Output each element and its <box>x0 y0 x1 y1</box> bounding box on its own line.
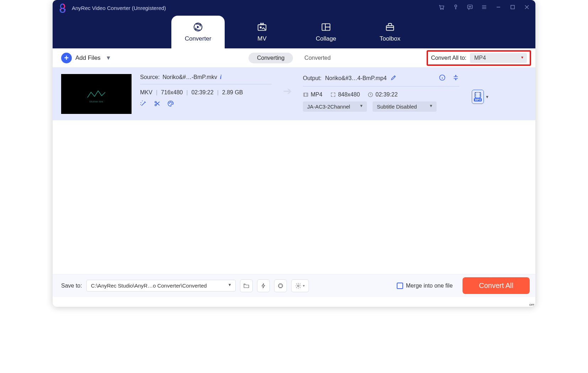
merge-checkbox[interactable]: Merge into one file <box>397 283 453 289</box>
tab-converted[interactable]: Converted <box>296 53 339 63</box>
scissors-icon[interactable] <box>154 100 161 107</box>
tab-label: MV <box>257 35 267 42</box>
footer: Save to: C:\AnyRec Studio\AnyR…o Convert… <box>53 274 535 297</box>
gpu-accel-button[interactable]: OFF <box>274 279 287 292</box>
tab-converting[interactable]: Converting <box>248 53 293 63</box>
video-thumbnail[interactable]: Mother Ark <box>61 74 132 114</box>
tab-toolbox[interactable]: Toolbox <box>363 16 417 48</box>
key-icon[interactable] <box>452 4 459 12</box>
app-logo <box>58 3 68 13</box>
svg-point-2 <box>455 5 457 7</box>
output-format-button[interactable]: MP4 ▼ <box>472 90 489 104</box>
source-filename: Noriko&#…-BmP.mkv <box>162 74 217 80</box>
file-item: Mother Ark Source: Noriko&#…-BmP.mkv i M… <box>53 68 535 120</box>
output-container: MP4 <box>311 91 322 98</box>
svg-point-18 <box>172 103 172 104</box>
svg-point-5 <box>470 7 470 7</box>
svg-point-16 <box>169 103 170 104</box>
close-button[interactable] <box>523 4 530 12</box>
palette-icon[interactable] <box>167 100 174 107</box>
source-info-icon[interactable]: i <box>220 74 221 80</box>
source-meta: MKV| 716x480| 02:39:22| 2.89 GB <box>140 84 272 100</box>
open-folder-button[interactable] <box>240 279 253 292</box>
tab-label: Collage <box>316 35 336 42</box>
svg-point-0 <box>440 9 441 10</box>
svg-rect-13 <box>386 26 394 30</box>
edit-tools <box>140 100 272 107</box>
magic-wand-icon[interactable] <box>140 100 147 107</box>
compress-icon[interactable] <box>452 74 459 83</box>
chevron-down-icon[interactable]: ▼ <box>106 55 111 61</box>
edit-name-icon[interactable] <box>390 74 397 82</box>
tab-label: Toolbox <box>380 35 401 42</box>
output-meta: MP4 848x480 02:39:22 <box>303 86 459 101</box>
settings-button[interactable] <box>291 279 309 292</box>
svg-point-6 <box>471 7 471 7</box>
format-badge-icon: MP4 <box>472 90 484 104</box>
svg-rect-7 <box>511 5 514 9</box>
chevron-down-icon: ▼ <box>485 95 489 99</box>
file-list: Mother Ark Source: Noriko&#…-BmP.mkv i M… <box>53 68 535 274</box>
tab-collage[interactable]: Collage <box>299 16 353 48</box>
source-duration: 02:39:22 <box>191 89 213 96</box>
titlebar: AnyRec Video Converter (Unregistered) <box>53 0 535 16</box>
output-column: Output: Noriko&#3…4-BmP.mp4 MP4 848x480 … <box>303 74 459 112</box>
output-info-icon[interactable] <box>439 74 446 83</box>
audio-track-select[interactable]: JA-AC3-2Channel <box>303 101 367 112</box>
menu-icon[interactable] <box>481 4 488 12</box>
svg-rect-20 <box>304 93 308 96</box>
thumb-text: Mother Ark <box>90 100 103 103</box>
svg-point-14 <box>155 101 156 103</box>
svg-point-23 <box>298 285 299 287</box>
tab-mv[interactable]: MV <box>235 16 289 48</box>
svg-point-4 <box>469 7 469 7</box>
status-tabs: Converting Converted <box>248 53 339 63</box>
app-title: AnyRec Video Converter (Unregistered) <box>72 5 166 11</box>
save-path-select[interactable]: C:\AnyRec Studio\AnyR…o Converter\Conver… <box>86 280 236 291</box>
svg-point-15 <box>155 104 156 106</box>
add-files-button[interactable]: + Add Files ▼ <box>61 53 111 63</box>
output-filename: Noriko&#3…4-BmP.mp4 <box>325 75 386 82</box>
feedback-icon[interactable] <box>466 4 474 12</box>
tab-converter[interactable]: Converter <box>171 16 225 48</box>
convert-all-button[interactable]: Convert All <box>463 277 530 294</box>
source-column: Source: Noriko&#…-BmP.mkv i MKV| 716x480… <box>140 74 272 107</box>
output-prefix: Output: <box>303 75 321 82</box>
svg-marker-9 <box>197 26 199 28</box>
add-files-label: Add Files <box>75 54 101 62</box>
cart-icon[interactable] <box>438 4 445 12</box>
convert-all-format-highlight: Convert All to: MP4 <box>427 50 531 66</box>
source-container: MKV <box>140 89 153 96</box>
format-badge-text: MP4 <box>474 98 482 101</box>
minimize-button[interactable] <box>495 4 502 12</box>
checkbox-icon <box>397 283 403 289</box>
main-nav: Converter MV Collage Toolbox <box>53 16 535 48</box>
svg-rect-22 <box>279 284 282 287</box>
maximize-button[interactable] <box>509 4 516 12</box>
convert-all-label: Convert All to: <box>431 55 466 61</box>
subtitle-select[interactable]: Subtitle Disabled <box>373 101 437 112</box>
source-resolution: 716x480 <box>161 89 183 96</box>
hardware-accel-button[interactable]: OFF <box>257 279 270 292</box>
merge-label: Merge into one file <box>406 283 453 289</box>
svg-point-17 <box>170 102 171 103</box>
output-resolution: 848x480 <box>338 91 360 98</box>
toolbar: + Add Files ▼ Converting Converted Conve… <box>53 48 535 68</box>
tab-label: Converter <box>185 35 212 42</box>
svg-point-1 <box>443 9 443 10</box>
convert-all-format-select[interactable]: MP4 <box>470 53 527 63</box>
source-prefix: Source: <box>140 74 160 80</box>
svg-point-11 <box>260 27 261 28</box>
output-duration: 02:39:22 <box>375 91 397 98</box>
arrow-icon: ➔ <box>280 74 294 97</box>
plus-icon: + <box>61 53 72 63</box>
save-to-label: Save to: <box>61 283 82 289</box>
source-size: 2.89 GB <box>222 89 243 96</box>
